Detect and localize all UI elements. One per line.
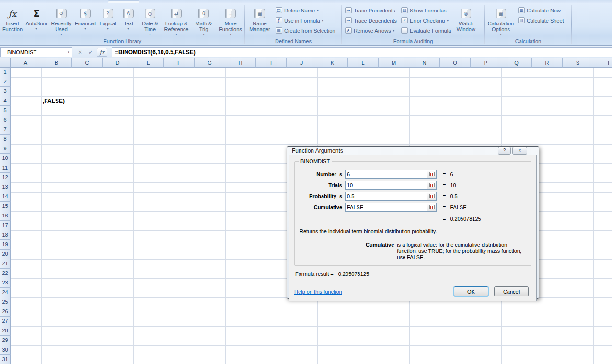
text-button[interactable]: A Text ▾ xyxy=(119,4,138,38)
recently-used-button[interactable]: ↺ Recently Used ▾ xyxy=(49,4,73,38)
column-header-E[interactable]: E xyxy=(133,58,164,68)
column-header-L[interactable]: L xyxy=(348,58,379,68)
row-header-19[interactable]: 19 xyxy=(0,240,11,250)
collapse-dialog-button[interactable] xyxy=(427,192,437,201)
cell-B4[interactable]: ,FALSE) xyxy=(43,98,65,104)
column-header-S[interactable]: S xyxy=(563,58,593,68)
row-header-16[interactable]: 16 xyxy=(0,211,11,221)
row-header-11[interactable]: 11 xyxy=(0,163,11,173)
row-header-22[interactable]: 22 xyxy=(0,269,11,278)
row-header-5[interactable]: 5 xyxy=(0,106,11,115)
use-in-formula-button[interactable]: ƒ Use in Formula ▾ xyxy=(274,15,337,25)
column-header-C[interactable]: C xyxy=(72,58,103,68)
argument-input[interactable] xyxy=(345,170,427,179)
calculation-options-button[interactable]: ▦ Calculation Options ▾ xyxy=(486,4,516,38)
row-header-14[interactable]: 14 xyxy=(0,192,11,202)
row-header-10[interactable]: 10 xyxy=(0,154,11,163)
row-header-23[interactable]: 23 xyxy=(0,278,11,288)
row-header-6[interactable]: 6 xyxy=(0,115,11,125)
column-header-D[interactable]: D xyxy=(103,58,133,68)
enter-formula-button[interactable]: ✓ xyxy=(86,48,95,57)
column-header-O[interactable]: O xyxy=(440,58,471,68)
calculate-now-button[interactable]: ▦ Calculate Now xyxy=(516,5,566,15)
row-header-9[interactable]: 9 xyxy=(0,144,11,154)
create-from-selection-button[interactable]: ▦ Create from Selection xyxy=(274,25,337,35)
row-header-20[interactable]: 20 xyxy=(0,250,11,259)
dropdown-arrow-icon: ▾ xyxy=(127,27,129,31)
column-header-T[interactable]: T xyxy=(593,58,612,68)
row-header-12[interactable]: 12 xyxy=(0,173,11,182)
row-header-31[interactable]: 31 xyxy=(0,355,11,364)
more-functions-button[interactable]: … More Functions ▾ xyxy=(217,4,244,38)
dialog-titlebar[interactable]: Function Arguments ? × xyxy=(289,147,537,155)
row-header-2[interactable]: 2 xyxy=(0,77,11,87)
row-header-1[interactable]: 1 xyxy=(0,68,11,77)
argument-input[interactable] xyxy=(345,203,427,212)
column-header-Q[interactable]: Q xyxy=(501,58,532,68)
row-header-24[interactable]: 24 xyxy=(0,288,11,297)
ok-button[interactable]: OK xyxy=(454,286,488,296)
calculate-sheet-button[interactable]: ▤ Calculate Sheet xyxy=(516,15,566,25)
dialog-close-button[interactable]: × xyxy=(512,147,527,155)
select-all-corner[interactable] xyxy=(0,58,11,68)
column-header-I[interactable]: I xyxy=(256,58,287,68)
column-header-K[interactable]: K xyxy=(317,58,348,68)
formula-input[interactable]: =BINOMDIST(6,10,0.5,FALSE) xyxy=(112,47,612,57)
collapse-dialog-button[interactable] xyxy=(427,181,437,190)
row-header-18[interactable]: 18 xyxy=(0,230,11,240)
argument-input[interactable] xyxy=(345,181,427,190)
row-header-26[interactable]: 26 xyxy=(0,307,11,317)
column-header-R[interactable]: R xyxy=(532,58,563,68)
insert-function-fx-button[interactable]: ƒx xyxy=(97,48,107,57)
financial-button[interactable]: $ Financial ▾ xyxy=(74,4,97,38)
row-header-13[interactable]: 13 xyxy=(0,182,11,192)
collapse-dialog-button[interactable] xyxy=(427,170,437,179)
watch-window-button[interactable]: ◎ Watch Window xyxy=(453,4,478,38)
collapse-dialog-button[interactable] xyxy=(427,203,437,212)
cancel-formula-button[interactable]: × xyxy=(76,48,84,57)
evaluate-formula-button[interactable]: = Evaluate Formula xyxy=(399,25,453,35)
autosum-button[interactable]: Σ AutoSum ▾ xyxy=(24,4,49,38)
name-box-dropdown-icon[interactable]: ▾ xyxy=(65,48,72,57)
argument-row-Trials: Trials=10 xyxy=(299,180,527,191)
row-header-4[interactable]: 4 xyxy=(0,96,11,106)
math-trig-button[interactable]: θ Math & Trig ▾ xyxy=(191,4,216,38)
row-header-28[interactable]: 28 xyxy=(0,326,11,336)
column-header-M[interactable]: M xyxy=(379,58,409,68)
column-header-P[interactable]: P xyxy=(471,58,501,68)
row-header-29[interactable]: 29 xyxy=(0,336,11,345)
argument-input[interactable] xyxy=(345,192,427,201)
row-header-21[interactable]: 21 xyxy=(0,259,11,269)
dialog-help-button[interactable]: ? xyxy=(498,147,511,155)
column-header-B[interactable]: B xyxy=(41,58,72,68)
column-header-G[interactable]: G xyxy=(195,58,225,68)
trace-precedents-button[interactable]: → Trace Precedents xyxy=(343,5,399,15)
column-header-J[interactable]: J xyxy=(287,58,317,68)
row-header-25[interactable]: 25 xyxy=(0,297,11,307)
row-header-27[interactable]: 27 xyxy=(0,317,11,326)
error-checking-button[interactable]: ✓ Error Checking ▾ xyxy=(399,15,453,25)
trace-dependents-button[interactable]: → Trace Dependents xyxy=(343,15,399,25)
row-header-15[interactable]: 15 xyxy=(0,202,11,211)
logical-button[interactable]: ? Logical ▾ xyxy=(97,4,118,38)
row-header-8[interactable]: 8 xyxy=(0,135,11,144)
row-header-3[interactable]: 3 xyxy=(0,87,11,96)
show-formulas-button[interactable]: ▤ Show Formulas xyxy=(399,5,453,15)
row-header-7[interactable]: 7 xyxy=(0,125,11,135)
column-header-F[interactable]: F xyxy=(164,58,195,68)
define-name-button[interactable]: □ Define Name ▾ xyxy=(274,5,337,15)
date-time-button[interactable]: ◷ Date & Time ▾ xyxy=(139,4,162,38)
column-header-A[interactable]: A xyxy=(11,58,41,68)
name-box[interactable]: BINOMDIST ▾ xyxy=(0,47,72,57)
cancel-button[interactable]: Cancel xyxy=(494,286,529,296)
row-header-17[interactable]: 17 xyxy=(0,221,11,230)
name-manager-button[interactable]: ▦ Name Manager xyxy=(246,4,273,38)
remove-arrows-button[interactable]: ✗ Remove Arrows ▾ xyxy=(343,25,399,35)
lookup-reference-button[interactable]: ⇄ Lookup & Reference ▾ xyxy=(162,4,191,38)
insert-function-button[interactable]: ƒx Insert Function xyxy=(1,4,23,38)
column-header-H[interactable]: H xyxy=(225,58,256,68)
use-in-formula-label: Use in Formula xyxy=(284,18,320,23)
row-header-30[interactable]: 30 xyxy=(0,345,11,355)
help-on-function-link[interactable]: Help on this function xyxy=(294,289,448,295)
column-header-N[interactable]: N xyxy=(409,58,440,68)
